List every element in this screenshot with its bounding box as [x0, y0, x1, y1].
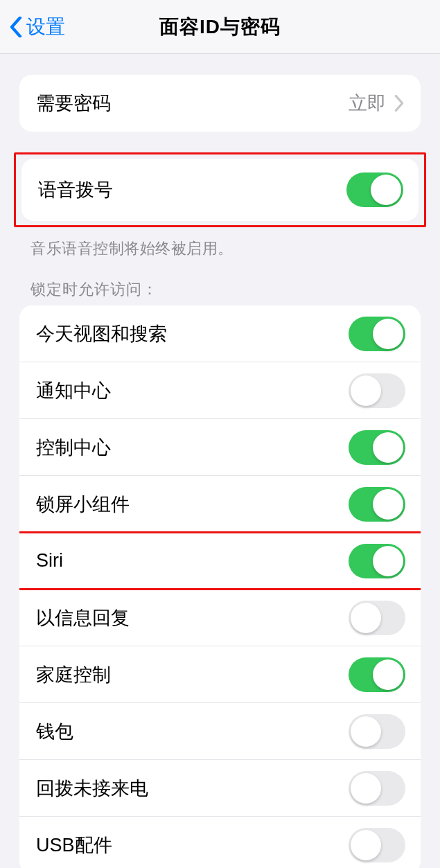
lock-row-home: 家庭控制: [19, 646, 421, 703]
require-passcode-label: 需要密码: [36, 91, 349, 116]
chevron-left-icon: [7, 13, 25, 41]
back-label: 设置: [26, 14, 65, 40]
page-title: 面容ID与密码: [159, 14, 281, 40]
lock-toggle-today[interactable]: [349, 317, 405, 351]
voice-dial-row: 语音拨号: [21, 159, 419, 221]
lock-row-usb: USB配件: [19, 817, 421, 868]
chevron-right-icon: [393, 93, 405, 114]
lock-row-label: 钱包: [36, 719, 349, 744]
lock-row-label: 锁屏小组件: [36, 492, 349, 517]
require-passcode-group: 需要密码 立即: [19, 75, 421, 132]
lock-row-callback: 回拨未接来电: [19, 760, 421, 817]
voice-dial-highlight: 语音拨号: [14, 152, 426, 227]
require-passcode-row[interactable]: 需要密码 立即: [19, 75, 421, 132]
lock-access-group: 今天视图和搜索通知中心控制中心锁屏小组件Siri以信息回复家庭控制钱包回拨未接来…: [19, 305, 421, 868]
lock-toggle-callback[interactable]: [349, 771, 405, 806]
lock-toggle-siri[interactable]: [349, 544, 405, 578]
lock-toggle-widgets[interactable]: [349, 487, 405, 522]
lock-row-label: 家庭控制: [36, 662, 349, 687]
lock-toggle-reply[interactable]: [349, 601, 405, 635]
lock-toggle-wallet[interactable]: [349, 714, 405, 749]
voice-dial-footer: 音乐语音控制将始终被启用。: [30, 237, 410, 260]
lock-row-label: 通知中心: [36, 378, 349, 403]
lock-row-label: 回拨未接来电: [36, 776, 349, 801]
lock-row-control: 控制中心: [19, 419, 421, 476]
lock-row-wallet: 钱包: [19, 703, 421, 760]
lock-access-header: 锁定时允许访问：: [30, 279, 410, 300]
lock-toggle-control[interactable]: [349, 430, 405, 465]
lock-row-label: 控制中心: [36, 435, 349, 460]
lock-row-label: Siri: [36, 550, 349, 572]
lock-row-reply: 以信息回复: [19, 590, 421, 646]
navigation-bar: 设置 面容ID与密码: [0, 0, 440, 54]
lock-row-label: USB配件: [36, 833, 349, 858]
lock-toggle-usb[interactable]: [349, 828, 405, 862]
voice-dial-label: 语音拨号: [38, 177, 346, 202]
lock-row-notif: 通知中心: [19, 362, 421, 419]
lock-row-siri: Siri: [19, 533, 421, 590]
voice-dial-group: 语音拨号: [21, 159, 419, 221]
lock-toggle-notif[interactable]: [349, 373, 405, 408]
back-button[interactable]: 设置: [7, 0, 65, 53]
lock-toggle-home[interactable]: [349, 657, 405, 692]
lock-row-label: 以信息回复: [36, 605, 349, 630]
require-passcode-value: 立即: [349, 91, 386, 116]
lock-row-today: 今天视图和搜索: [19, 305, 421, 362]
voice-dial-toggle[interactable]: [346, 172, 403, 207]
lock-row-label: 今天视图和搜索: [36, 321, 349, 346]
lock-row-widgets: 锁屏小组件: [19, 476, 421, 533]
